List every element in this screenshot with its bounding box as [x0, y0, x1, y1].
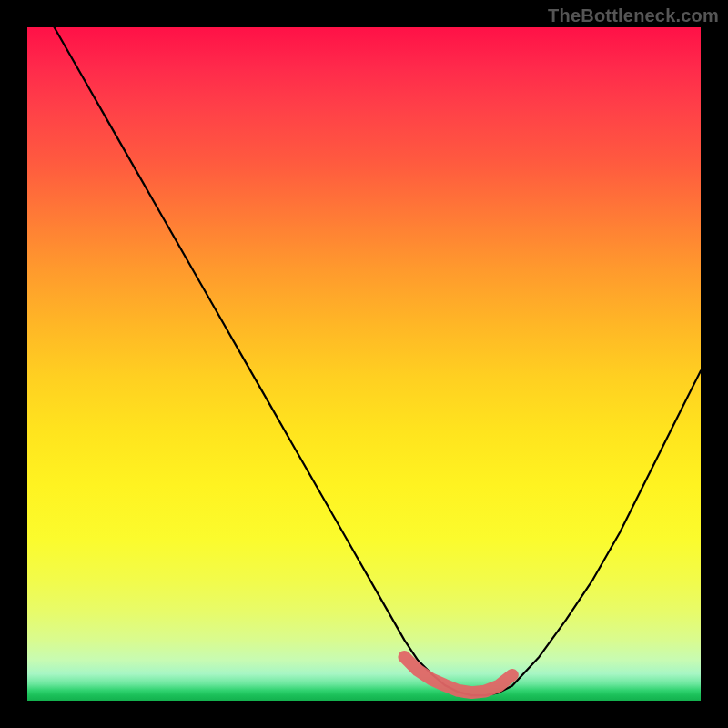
chart-svg — [27, 27, 701, 701]
plot-area — [27, 27, 701, 701]
chart-frame: TheBottleneck.com — [0, 0, 728, 728]
bottleneck-curve — [55, 27, 701, 695]
watermark-text: TheBottleneck.com — [548, 5, 719, 26]
